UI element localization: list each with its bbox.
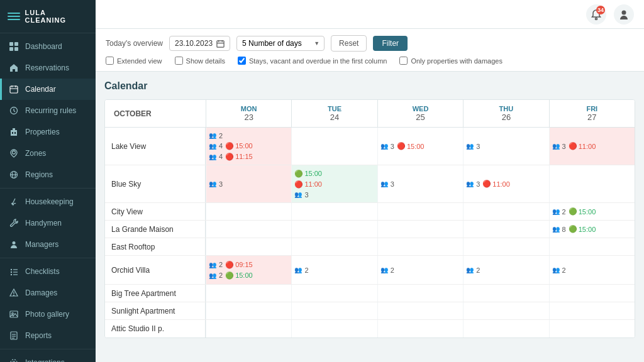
checkbox-extended-view[interactable]: Extended view (106, 57, 162, 65)
people-icon: 👥 (552, 208, 560, 215)
table-row: Big Tree Apartment (105, 285, 635, 302)
cal-cell: 👥 3 🔴11:00 (549, 128, 635, 165)
sidebar-item-handymen[interactable]: Handymen (0, 212, 96, 234)
notifications-button[interactable]: 34 (586, 4, 606, 25)
people-icon: 👥 (380, 266, 388, 273)
damages-checkbox[interactable] (399, 57, 408, 65)
clock-icon: 🔴 (225, 261, 234, 269)
date-input[interactable]: 23.10.2023 (169, 36, 230, 51)
cal-cell (291, 221, 377, 238)
cal-cell (206, 320, 291, 337)
sidebar: LULA CLEANING Dashboard Reservations (0, 0, 96, 362)
days-select[interactable]: 5 Number of days 7 Number of days (236, 36, 325, 51)
people-icon: 👥 (209, 261, 216, 268)
svg-rect-0 (9, 42, 13, 46)
property-city-view: City View (105, 203, 206, 220)
extended-view-checkbox[interactable] (106, 57, 114, 65)
sidebar-item-properties[interactable]: Properties (0, 121, 96, 143)
cal-cell: 👥 3 🔴11:00 (463, 165, 548, 202)
checkbox-show-details[interactable]: Show details (175, 57, 225, 65)
clock-icon: 🔴 (569, 142, 577, 150)
svg-rect-10 (13, 128, 15, 130)
filter-button[interactable]: Filter (373, 36, 408, 51)
show-details-checkbox[interactable] (175, 57, 183, 65)
sidebar-item-label: Reports (25, 331, 52, 340)
svg-point-28 (12, 313, 14, 315)
cal-cell: 👥 2 🔴09:15 👥 2 🟢15:00 (206, 256, 291, 284)
sidebar-item-label: Handymen (25, 219, 62, 228)
cal-cell (377, 221, 463, 238)
month-label: OCTOBER (105, 100, 206, 127)
sidebar-item-checklists[interactable]: Checklists (0, 261, 96, 282)
clock-icon: 🔴 (225, 153, 234, 161)
user-button[interactable] (614, 4, 634, 25)
sidebar-item-housekeeping[interactable]: Housekeeping (0, 191, 96, 212)
cal-cell: 👥 2 (549, 256, 635, 284)
cal-cell (549, 165, 635, 202)
property-east-rooftop: East Rooftop (105, 238, 206, 255)
cal-cell (463, 320, 548, 337)
cal-cell: 👥 2 🟢15:00 (549, 203, 635, 220)
home-icon (9, 63, 19, 73)
svg-rect-3 (14, 47, 18, 51)
sidebar-item-managers[interactable]: Managers (0, 234, 96, 255)
grid-icon (9, 41, 19, 52)
table-row: City View 👥 2 🟢15:00 (105, 203, 635, 221)
sidebar-item-label: Regions (25, 170, 53, 179)
people-icon: 👥 (294, 191, 302, 198)
toolbar: Today's overview 23.10.2023 5 Number of … (96, 29, 644, 72)
day-header-fri: FRI 27 (549, 100, 635, 127)
sidebar-item-zones[interactable]: Zones (0, 143, 96, 164)
sidebar-item-dashboard[interactable]: Dashboard (0, 36, 96, 57)
cal-cell (549, 238, 635, 255)
day-header-tue: TUE 24 (291, 100, 377, 127)
sidebar-nav: Dashboard Reservations Calendar (0, 33, 96, 362)
cal-cell (291, 320, 377, 337)
sidebar-item-label: Recurring rules (25, 106, 76, 115)
globe-icon (9, 170, 19, 180)
calendar-area: Calendar OCTOBER MON 23 TUE 24 WED 25 (96, 72, 644, 362)
table-row: La Grande Maison 👥 8 🟢15:00 (105, 221, 635, 238)
people-icon: 👥 (209, 132, 216, 139)
svg-point-18 (13, 241, 16, 244)
svg-rect-2 (9, 47, 13, 51)
cal-cell (291, 238, 377, 255)
cal-cell (463, 302, 548, 319)
svg-rect-1 (14, 42, 18, 46)
cal-cell: 👥 2 (291, 256, 377, 284)
stays-vacant-checkbox[interactable] (238, 57, 246, 65)
sidebar-item-label: Zones (25, 149, 46, 158)
cal-cell (549, 302, 635, 319)
building-icon (9, 127, 19, 137)
sidebar-item-recurring[interactable]: Recurring rules (0, 100, 96, 121)
cal-cell: 👥 3 (463, 128, 548, 165)
sidebar-item-label: Integrations (25, 358, 65, 362)
toolbar-row-2: Extended view Show details Stays, vacant… (106, 57, 634, 65)
people-icon: 👥 (552, 143, 560, 150)
cal-cell (549, 320, 635, 337)
cal-cell (377, 285, 463, 302)
sidebar-item-damages[interactable]: Damages (0, 282, 96, 304)
cal-cell (463, 221, 548, 238)
clock-icon: 🟢 (569, 207, 577, 216)
sidebar-item-label: Damages (25, 288, 57, 297)
reset-button[interactable]: Reset (331, 35, 367, 52)
topbar: 34 (96, 0, 644, 29)
clock-icon: 🔴 (225, 142, 234, 150)
checkbox-stays-vacant[interactable]: Stays, vacant and overdue in the first c… (238, 57, 387, 65)
sidebar-item-photo-gallery[interactable]: Photo gallery (0, 304, 96, 325)
cal-cell (549, 285, 635, 302)
sidebar-item-reports[interactable]: Reports (0, 325, 96, 346)
checkbox-damages[interactable]: Only properties with damages (399, 57, 502, 65)
sidebar-item-regions[interactable]: Regions (0, 164, 96, 185)
property-orchid-villa: Orchid Villa (105, 256, 206, 284)
svg-rect-4 (10, 86, 18, 93)
svg-point-23 (11, 274, 12, 275)
sidebar-item-calendar[interactable]: Calendar (0, 79, 96, 100)
topbar-right: 34 (586, 4, 634, 25)
cal-cell (463, 203, 548, 220)
alert-icon (9, 288, 19, 298)
main-content: 34 Today's overview 23.10.2023 5 Number … (96, 0, 644, 362)
sidebar-item-integrations[interactable]: Integrations (0, 352, 96, 362)
sidebar-item-reservations[interactable]: Reservations (0, 57, 96, 79)
